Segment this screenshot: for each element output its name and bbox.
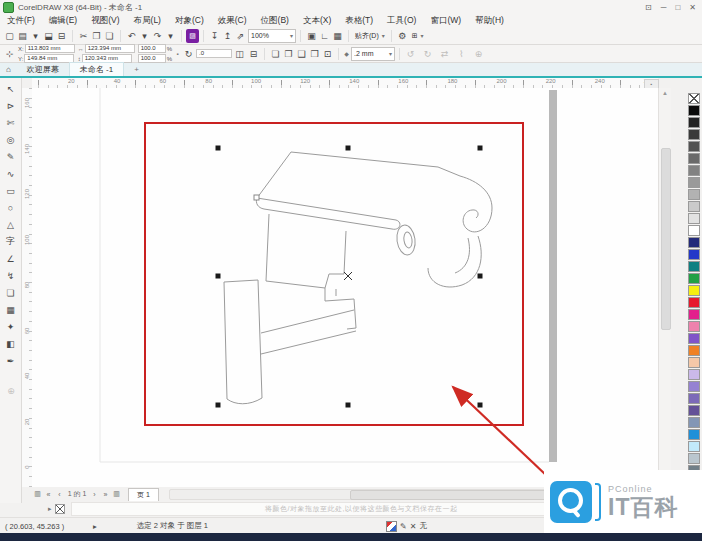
color-swatch[interactable]: [688, 441, 700, 452]
tab-untitled-document[interactable]: 未命名 -1: [69, 62, 124, 76]
crop-tool[interactable]: ✄: [3, 114, 19, 131]
horizontal-scrollbar-thumb[interactable]: [350, 490, 567, 500]
color-swatch[interactable]: [688, 369, 700, 380]
color-swatch[interactable]: [688, 273, 700, 284]
vertical-scrollbar[interactable]: ▲ ▼: [658, 88, 671, 487]
fullscreen-preview-button[interactable]: ▣: [305, 29, 318, 43]
color-swatch[interactable]: [688, 453, 700, 464]
mirror-horizontal-button[interactable]: ◫: [233, 47, 246, 61]
ellipse-tool[interactable]: ○: [3, 199, 19, 216]
color-swatch[interactable]: [688, 165, 700, 176]
color-swatch[interactable]: [688, 321, 700, 332]
menu-item[interactable]: 文件(F): [0, 15, 42, 27]
color-swatch[interactable]: [688, 381, 700, 392]
export-button[interactable]: ↥: [221, 29, 234, 43]
weld-button[interactable]: ❐: [282, 47, 295, 61]
mirror-vertical-button[interactable]: ⊟: [247, 47, 260, 61]
close-button[interactable]: ✕: [689, 3, 696, 12]
menu-item[interactable]: 对象(C): [168, 15, 211, 27]
color-swatch[interactable]: [688, 117, 700, 128]
dimension-tool[interactable]: ∠: [3, 250, 19, 267]
menu-item[interactable]: 帮助(H): [468, 15, 511, 27]
object-width-field[interactable]: 123.394 mm: [85, 44, 135, 53]
color-swatch[interactable]: [688, 225, 700, 236]
color-swatch[interactable]: [688, 177, 700, 188]
zoom-tool[interactable]: ◎: [3, 131, 19, 148]
artistic-media-tool[interactable]: ∿: [3, 165, 19, 182]
menu-item[interactable]: 编辑(E): [42, 15, 84, 27]
page-1-tab[interactable]: 页 1: [128, 488, 159, 501]
x-position-field[interactable]: 113.803 mm: [25, 44, 75, 53]
new-document-button[interactable]: ▢: [3, 29, 16, 43]
wrap-paragraph-text-button[interactable]: ↺: [404, 47, 417, 61]
save-button[interactable]: ⬓: [42, 29, 55, 43]
options-gear-icon[interactable]: ⚙: [396, 29, 409, 43]
color-swatch[interactable]: [688, 285, 700, 296]
color-swatch[interactable]: [688, 141, 700, 152]
color-swatch[interactable]: [688, 237, 700, 248]
next-page-button[interactable]: ›: [89, 491, 100, 498]
show-grid-button[interactable]: ▦: [331, 29, 344, 43]
quick-customize-button[interactable]: ⊕: [472, 47, 485, 61]
freehand-tool[interactable]: ✎: [3, 148, 19, 165]
color-swatch[interactable]: [688, 417, 700, 428]
camera-outline-drawing[interactable]: [224, 152, 492, 404]
redo-button[interactable]: ↷: [151, 29, 164, 43]
color-swatch[interactable]: [688, 153, 700, 164]
menu-item[interactable]: 窗口(W): [423, 15, 468, 27]
color-swatch[interactable]: [688, 261, 700, 272]
color-swatch[interactable]: [688, 357, 700, 368]
color-swatch[interactable]: [688, 345, 700, 356]
y-position-field[interactable]: 149.84 mm: [24, 54, 74, 63]
undo-button[interactable]: ↶: [125, 29, 138, 43]
import-button[interactable]: ↧: [208, 29, 221, 43]
undo-dropdown[interactable]: ▾: [138, 29, 151, 43]
color-swatch[interactable]: [688, 93, 700, 104]
lock-ratio-icon[interactable]: ▪: [174, 47, 181, 61]
new-document-tab-button[interactable]: +: [124, 63, 149, 76]
outline-pen-tool[interactable]: ✒: [3, 352, 19, 369]
menu-item[interactable]: 表格(T): [338, 15, 380, 27]
menu-item[interactable]: 效果(C): [211, 15, 254, 27]
tab-welcome-screen[interactable]: 欢迎屏幕: [17, 63, 69, 76]
snap-to-combo[interactable]: 贴齐(D) ▾: [353, 30, 387, 42]
menu-item[interactable]: 文本(X): [296, 15, 338, 27]
convert-to-curves-button[interactable]: ⌇: [455, 47, 468, 61]
menu-item[interactable]: 工具(O): [380, 15, 423, 27]
help-window-icon[interactable]: ⊡: [645, 3, 652, 12]
color-swatch[interactable]: [688, 297, 700, 308]
restore-button[interactable]: □: [675, 3, 680, 12]
color-swatch[interactable]: [688, 405, 700, 416]
scale-y-field[interactable]: 100.0: [138, 54, 166, 63]
add-page-left-button[interactable]: ▥: [32, 490, 43, 498]
connector-tool[interactable]: ↯: [3, 267, 19, 284]
to-back-button[interactable]: ⇄: [438, 47, 451, 61]
cut-button[interactable]: ✂: [77, 29, 90, 43]
no-color-swatch[interactable]: [55, 504, 65, 514]
curve-node-handle[interactable]: [254, 195, 259, 200]
first-page-button[interactable]: «: [43, 491, 54, 498]
zoom-level-combo[interactable]: 100% ▾: [248, 29, 296, 43]
last-page-button[interactable]: »: [100, 491, 111, 498]
color-swatch[interactable]: [688, 105, 700, 116]
color-swatch[interactable]: [688, 189, 700, 200]
text-tool[interactable]: 字: [3, 233, 19, 250]
minimize-button[interactable]: ─: [661, 3, 667, 12]
color-swatch[interactable]: [688, 129, 700, 140]
search-content-button[interactable]: ▨: [186, 29, 199, 43]
drop-shadow-tool[interactable]: ❏: [3, 284, 19, 301]
window-layout-combo[interactable]: ⊞ ▾: [410, 30, 426, 42]
color-swatch[interactable]: [688, 201, 700, 212]
add-page-right-button[interactable]: ▥: [111, 490, 122, 498]
outline-width-combo[interactable]: .2 mm ▾: [351, 47, 395, 61]
vertical-scrollbar-thumb[interactable]: [661, 148, 671, 330]
redo-dropdown[interactable]: ▾: [164, 29, 177, 43]
menu-item[interactable]: 位图(B): [254, 15, 296, 27]
show-rulers-button[interactable]: ∟: [318, 29, 331, 43]
open-dropdown[interactable]: ▾: [29, 29, 42, 43]
fill-color-indicator[interactable]: [386, 521, 397, 532]
copy-button[interactable]: ❐: [90, 29, 103, 43]
color-swatch[interactable]: [688, 213, 700, 224]
paste-button[interactable]: ❏: [103, 29, 116, 43]
create-boundary-button[interactable]: ⊡: [321, 47, 334, 61]
